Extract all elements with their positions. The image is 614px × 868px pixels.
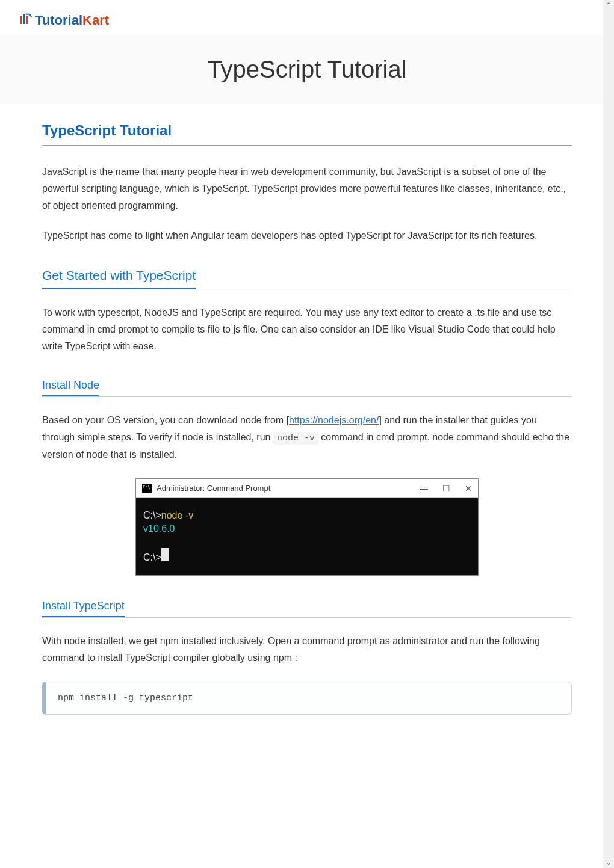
install-node-text-pre: Based on your OS version, you can downlo… <box>42 415 289 425</box>
cursor-icon <box>161 548 169 561</box>
intro-paragraph-2: TypeScript has come to light when Angula… <box>42 227 572 244</box>
close-icon[interactable]: ✕ <box>465 484 472 493</box>
terminal-body: C:\>node -v v10.6.0 C:\> ⌃ ⌄ <box>136 498 478 575</box>
get-started-heading: Get Started with TypeScript <box>42 268 196 289</box>
terminal-line-3: C:\> <box>143 548 471 564</box>
logo-text-part1: Tutorial <box>35 13 82 28</box>
npm-install-code-block: npm install -g typescript <box>42 682 572 715</box>
terminal-prompt-2: C:\> <box>143 552 161 562</box>
terminal-cmd-1: node -v <box>161 510 193 520</box>
title-section: TypeScript Tutorial <box>0 35 614 104</box>
intro-paragraph-1: JavaScript is the name that many people … <box>42 164 572 214</box>
terminal-line-2: v10.6.0 <box>143 522 471 535</box>
nodejs-link[interactable]: https://nodejs.org/en/ <box>289 415 379 425</box>
page-title: TypeScript Tutorial <box>18 56 596 83</box>
terminal-title: Administrator: Command Prompt <box>142 484 270 493</box>
install-typescript-paragraph: With node installed, we get npm installe… <box>42 633 572 666</box>
get-started-heading-wrapper: Get Started with TypeScript <box>42 268 572 289</box>
install-typescript-heading-wrapper: Install TypeScript <box>42 600 572 618</box>
install-node-heading: Install Node <box>42 379 99 396</box>
install-typescript-heading: Install TypeScript <box>42 600 125 617</box>
scroll-up-icon[interactable]: ⌃ <box>606 1 612 10</box>
install-node-heading-wrapper: Install Node <box>42 379 572 397</box>
node-version-code: node -v <box>273 432 318 445</box>
logo-icon <box>18 12 33 29</box>
terminal-prompt-1: C:\> <box>143 510 161 520</box>
logo-text-part2: Kart <box>82 13 109 28</box>
main-content: TypeScript Tutorial JavaScript is the na… <box>0 122 614 739</box>
terminal-title-text: Administrator: Command Prompt <box>157 484 270 493</box>
terminal-line-1: C:\>node -v <box>143 509 471 522</box>
terminal-screenshot: Administrator: Command Prompt — ☐ ✕ C:\>… <box>42 478 572 576</box>
terminal-content: C:\>node -v v10.6.0 C:\> <box>136 498 478 575</box>
install-node-paragraph: Based on your OS version, you can downlo… <box>42 412 572 463</box>
logo-text: TutorialKart <box>35 13 109 28</box>
terminal-scrollbar[interactable]: ⌃ ⌄ <box>603 0 614 739</box>
header-bar: TutorialKart <box>0 0 614 35</box>
minimize-icon[interactable]: — <box>420 484 428 493</box>
terminal-window: Administrator: Command Prompt — ☐ ✕ C:\>… <box>135 478 479 576</box>
site-logo[interactable]: TutorialKart <box>18 12 596 29</box>
window-controls: — ☐ ✕ <box>420 484 472 493</box>
maximize-icon[interactable]: ☐ <box>442 484 450 493</box>
cmd-icon <box>142 484 152 493</box>
section-heading: TypeScript Tutorial <box>42 122 572 146</box>
terminal-titlebar: Administrator: Command Prompt — ☐ ✕ <box>136 479 478 498</box>
terminal-blank-line <box>143 535 471 548</box>
get-started-paragraph: To work with typescript, NodeJS and Type… <box>42 304 572 355</box>
